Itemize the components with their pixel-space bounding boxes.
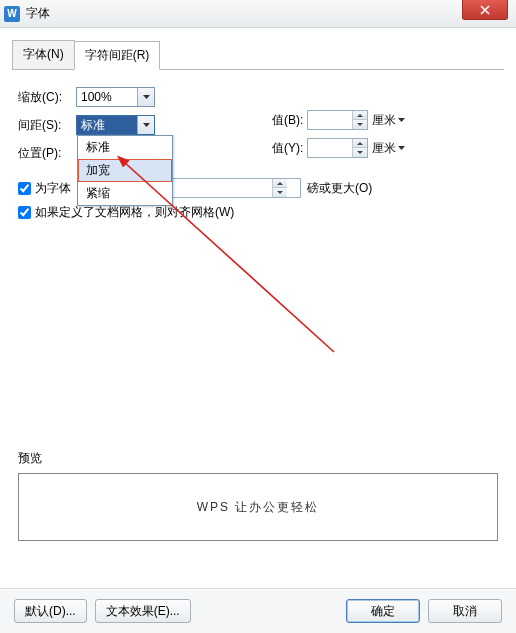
- value-y-input[interactable]: [308, 139, 352, 157]
- ok-button[interactable]: 确定: [346, 599, 420, 623]
- spin-down-icon[interactable]: [273, 188, 287, 197]
- unit-cm[interactable]: 厘米: [372, 112, 405, 129]
- scale-label: 缩放(C):: [18, 89, 76, 106]
- value-b-input[interactable]: [308, 111, 352, 129]
- value-b-label: 值(B):: [272, 112, 303, 129]
- preview-label: 预览: [18, 450, 498, 467]
- close-icon: [480, 5, 490, 15]
- snap-grid-checkbox[interactable]: [18, 206, 31, 219]
- texteffect-button[interactable]: 文本效果(E)...: [95, 599, 191, 623]
- spacing-combo[interactable]: 标准 加宽 紧缩: [76, 115, 155, 135]
- chevron-down-icon: [398, 118, 405, 122]
- value-b-spinner[interactable]: [307, 110, 368, 130]
- scale-combo[interactable]: [76, 87, 155, 107]
- tab-spacing[interactable]: 字符间距(R): [74, 41, 161, 70]
- chevron-down-icon[interactable]: [137, 116, 154, 134]
- spin-up-icon[interactable]: [273, 179, 287, 188]
- scale-input[interactable]: [77, 88, 137, 106]
- tab-font[interactable]: 字体(N): [12, 40, 75, 69]
- preview-text: WPS 让办公更轻松: [197, 499, 320, 516]
- snap-grid-label: 如果定义了文档网格，则对齐网格(W): [35, 204, 234, 221]
- kerning-unit: 磅或更大(O): [307, 180, 372, 197]
- preview-section: 预览 WPS 让办公更轻松: [18, 450, 498, 541]
- default-button[interactable]: 默认(D)...: [14, 599, 87, 623]
- app-icon: W: [4, 6, 20, 22]
- value-y-label: 值(Y):: [272, 140, 303, 157]
- spin-down-icon[interactable]: [353, 148, 367, 157]
- position-label: 位置(P):: [18, 145, 76, 162]
- titlebar: W 字体: [0, 0, 516, 28]
- spacing-label: 间距(S):: [18, 117, 76, 134]
- preview-box: WPS 让办公更轻松: [18, 473, 498, 541]
- dropdown-option[interactable]: 标准: [78, 136, 172, 159]
- spin-down-icon[interactable]: [353, 120, 367, 129]
- form-area: 缩放(C): 间距(S): 标准 加宽 紧缩 值(B):: [12, 82, 504, 231]
- chevron-down-icon[interactable]: [137, 88, 154, 106]
- spin-up-icon[interactable]: [353, 111, 367, 120]
- spacing-input[interactable]: [77, 116, 137, 134]
- unit-cm[interactable]: 厘米: [372, 140, 405, 157]
- button-bar: 默认(D)... 文本效果(E)... 确定 取消: [0, 588, 516, 633]
- value-y-spinner[interactable]: [307, 138, 368, 158]
- tabstrip: 字体(N) 字符间距(R): [12, 40, 504, 70]
- dropdown-option[interactable]: 紧缩: [78, 182, 172, 205]
- chevron-down-icon: [398, 146, 405, 150]
- kerning-label: 为字体: [35, 180, 71, 197]
- close-button[interactable]: [462, 0, 508, 20]
- spin-up-icon[interactable]: [353, 139, 367, 148]
- kerning-checkbox[interactable]: [18, 182, 31, 195]
- window-title: 字体: [26, 5, 50, 22]
- spacing-dropdown-list: 标准 加宽 紧缩: [77, 135, 173, 206]
- cancel-button[interactable]: 取消: [428, 599, 502, 623]
- dropdown-option[interactable]: 加宽: [78, 159, 172, 182]
